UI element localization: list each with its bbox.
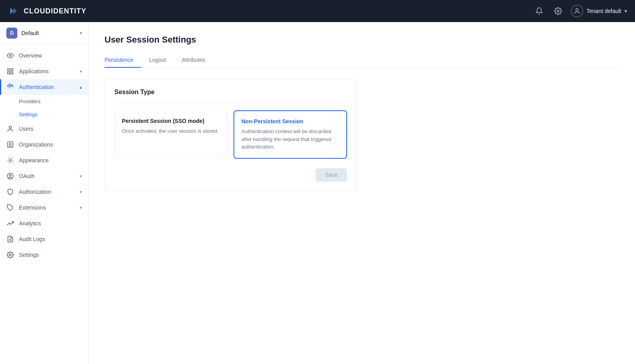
session-settings-card: Session Type Persistent Session (SSO mod… xyxy=(105,79,357,191)
persistent-session-option[interactable]: Persistent Session (SSO mode) Once activ… xyxy=(114,110,227,159)
svg-point-3 xyxy=(557,10,559,12)
sidebar-label-overview: Overview xyxy=(19,52,42,59)
header-right: Tenant default ▾ xyxy=(533,5,627,17)
session-options: Persistent Session (SSO mode) Once activ… xyxy=(114,110,347,159)
sidebar-item-users[interactable]: Users xyxy=(0,121,88,137)
authorization-chevron-icon: ▾ xyxy=(80,189,82,195)
applications-chevron-icon: ▾ xyxy=(80,69,82,74)
non-persistent-session-option[interactable]: Non-Persistent Session Authentication co… xyxy=(233,110,347,159)
tenant-avatar xyxy=(571,5,583,17)
workspace-name: Default xyxy=(21,30,76,36)
sidebar-label-organizations: Organizations xyxy=(19,141,53,148)
svg-rect-8 xyxy=(7,72,9,74)
eye-icon xyxy=(6,52,14,59)
main-content: User Session Settings Persistence Logout… xyxy=(89,22,635,364)
person-icon xyxy=(6,125,14,133)
sidebar-item-overview[interactable]: Overview xyxy=(0,48,88,63)
sidebar-item-authentication[interactable]: Authentication ▴ xyxy=(0,79,88,95)
sidebar-label-oauth: OAuth xyxy=(19,173,35,179)
gear-icon xyxy=(6,251,14,259)
svg-marker-1 xyxy=(10,8,13,14)
tabs-bar: Persistence Logout Attributes xyxy=(105,53,619,68)
sidebar-subitem-providers[interactable]: Providers xyxy=(0,95,88,108)
tab-attributes[interactable]: Attributes xyxy=(174,53,213,68)
tenant-name: Tenant default xyxy=(586,8,621,14)
sidebar-item-oauth[interactable]: OAuth ▾ xyxy=(0,168,88,184)
workspace-selector[interactable]: D Default ▾ xyxy=(0,22,88,45)
app-body: D Default ▾ Overview xyxy=(0,22,635,364)
fingerprint-icon xyxy=(6,83,14,91)
sidebar-label-audit-logs: Audit Logs xyxy=(19,236,45,242)
extensions-chevron-icon: ▾ xyxy=(80,205,82,210)
oauth-chevron-icon: ▾ xyxy=(80,174,82,179)
tab-logout[interactable]: Logout xyxy=(141,53,174,68)
sidebar-label-appearance: Appearance xyxy=(19,157,49,163)
non-persistent-option-desc: Authentication context will be discarded… xyxy=(241,128,339,151)
svg-marker-2 xyxy=(13,8,17,14)
building-icon xyxy=(6,141,14,149)
notifications-button[interactable] xyxy=(533,5,545,17)
card-title: Session Type xyxy=(114,89,347,102)
workspace-chevron-icon: ▾ xyxy=(80,30,82,36)
logo-text: CLOUDIDENTITY xyxy=(24,7,86,15)
sidebar-item-audit-logs[interactable]: Audit Logs xyxy=(0,231,88,247)
sidebar-item-analytics[interactable]: Analytics xyxy=(0,215,88,231)
svg-rect-7 xyxy=(11,69,13,71)
save-button-container: Save xyxy=(114,168,347,182)
sidebar-item-authorization[interactable]: Authorization ▾ xyxy=(0,184,88,200)
svg-point-5 xyxy=(9,55,11,57)
svg-point-15 xyxy=(9,175,11,176)
sidebar-subitem-settings[interactable]: Settings xyxy=(0,108,88,121)
persistent-option-title: Persistent Session (SSO mode) xyxy=(122,118,220,124)
sidebar-sublabel-providers: Providers xyxy=(19,98,41,104)
sidebar-label-authorization: Authorization xyxy=(19,189,51,195)
nav-section: Overview Applications ▾ xyxy=(0,45,88,266)
sidebar-item-main-settings[interactable]: Settings xyxy=(0,247,88,263)
sidebar-label-extensions: Extensions xyxy=(19,204,46,211)
sidebar-sublabel-settings: Settings xyxy=(19,111,37,117)
workspace-icon: D xyxy=(6,28,17,39)
sidebar-item-extensions[interactable]: Extensions ▾ xyxy=(0,200,88,215)
sidebar-item-appearance[interactable]: Appearance xyxy=(0,152,88,168)
persistent-option-desc: Once activated, the user session is stor… xyxy=(122,127,220,135)
oauth-icon xyxy=(6,172,14,180)
tenant-selector[interactable]: Tenant default ▾ xyxy=(571,5,627,17)
authentication-chevron-icon: ▴ xyxy=(80,85,82,90)
svg-rect-6 xyxy=(7,69,9,71)
svg-point-13 xyxy=(9,160,11,162)
non-persistent-option-title: Non-Persistent Session xyxy=(241,118,339,124)
pen-icon xyxy=(6,156,14,164)
save-button[interactable]: Save xyxy=(316,168,347,182)
logo: CLOUDIDENTITY xyxy=(8,5,86,17)
sidebar-item-applications[interactable]: Applications ▾ xyxy=(0,63,88,79)
header-left: CLOUDIDENTITY xyxy=(8,5,86,17)
sidebar-label-analytics: Analytics xyxy=(19,220,41,227)
sidebar-label-settings: Settings xyxy=(19,252,39,258)
sidebar-label-applications: Applications xyxy=(19,68,49,74)
sidebar: D Default ▾ Overview xyxy=(0,22,89,364)
tab-persistence[interactable]: Persistence xyxy=(105,53,141,68)
sidebar-label-authentication: Authentication xyxy=(19,84,54,90)
puzzle-icon xyxy=(6,204,14,212)
svg-rect-11 xyxy=(7,142,13,147)
settings-button[interactable] xyxy=(552,5,564,17)
chart-icon xyxy=(6,219,14,227)
sidebar-label-users: Users xyxy=(19,126,34,132)
svg-point-4 xyxy=(576,8,578,11)
svg-point-10 xyxy=(9,126,11,128)
grid-icon xyxy=(6,67,14,75)
page-title: User Session Settings xyxy=(105,35,619,45)
shield-icon xyxy=(6,188,14,196)
top-header: CLOUDIDENTITY Tenant default ▾ xyxy=(0,0,635,22)
sidebar-item-organizations[interactable]: Organizations xyxy=(0,137,88,152)
tenant-chevron-icon: ▾ xyxy=(624,8,627,14)
doc-icon xyxy=(6,235,14,243)
svg-rect-9 xyxy=(11,72,13,74)
svg-point-19 xyxy=(9,254,11,256)
